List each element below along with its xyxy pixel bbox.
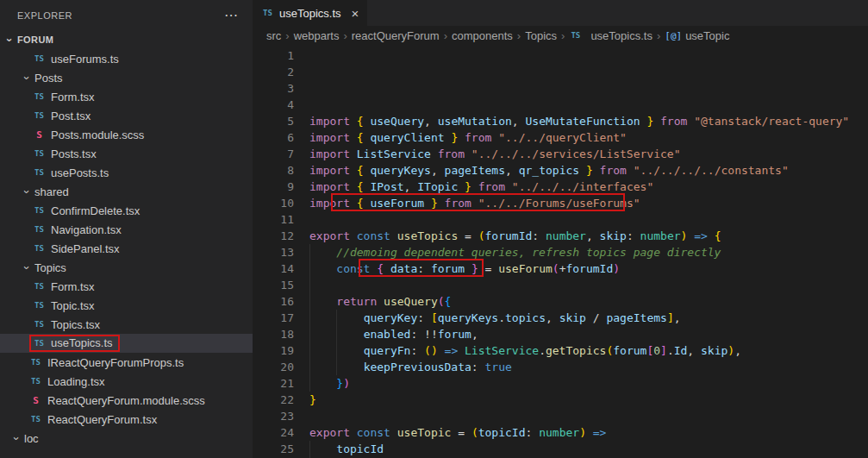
explorer-sidebar: EXPLORER ⋯ › FORUM TSuseForums.ts›PostsT… xyxy=(0,0,253,458)
line-number: 25 xyxy=(253,441,294,457)
code-line-7[interactable] xyxy=(309,211,868,228)
file-label: loc xyxy=(24,432,39,445)
tree-file-topics.tsx[interactable]: TSTopics.tsx xyxy=(0,315,253,334)
tree-row-inner: TSIReactQueryForumProps.ts xyxy=(29,356,184,369)
code-token: , xyxy=(674,311,681,324)
line-number: 5 xyxy=(253,113,294,129)
code-token: from xyxy=(471,180,512,193)
close-icon[interactable]: × xyxy=(352,6,359,21)
code-token: true xyxy=(485,361,512,373)
ts-file-icon: TS xyxy=(33,149,46,158)
tree-row-inner: ›shared xyxy=(21,185,69,198)
line-number: 4 xyxy=(253,97,294,113)
breadcrumb-item-usetopic[interactable]: [@]useTopic xyxy=(665,29,729,42)
code-line-14[interactable]: enabled: !!forum, xyxy=(309,326,868,342)
code-token: forum xyxy=(613,344,646,357)
line-number: 8 xyxy=(253,162,294,179)
code-token: return xyxy=(336,295,384,308)
tree-file-reactqueryforum.tsx[interactable]: TSReactQueryForum.tsx xyxy=(0,410,253,429)
code-editor[interactable]: import { useQuery, useMutation, UseMutat… xyxy=(294,47,868,458)
code-line-1[interactable]: import { useQuery, useMutation, UseMutat… xyxy=(309,113,868,129)
file-label: Posts.tsx xyxy=(51,147,97,160)
section-forum[interactable]: › FORUM xyxy=(0,30,253,49)
code-line-21[interactable]: topicId xyxy=(309,441,868,457)
code-token: pageItems xyxy=(606,311,666,324)
code-token: useMutation xyxy=(431,115,512,128)
breadcrumb-item-src[interactable]: src xyxy=(266,29,281,42)
tree-folder-shared[interactable]: ›shared xyxy=(0,182,253,201)
tree-folder-topics[interactable]: ›Topics xyxy=(0,258,253,277)
code-line-18[interactable]: } xyxy=(309,392,868,408)
breadcrumb-item-components[interactable]: components xyxy=(452,29,513,42)
code-line-2[interactable]: import { queryClient } from "../../query… xyxy=(309,129,868,146)
tree-file-usetopics.ts[interactable]: TSuseTopics.ts xyxy=(0,334,253,353)
tree-file-form.tsx[interactable]: TSForm.tsx xyxy=(0,277,253,296)
tab-usetopics[interactable]: TS useTopics.ts × xyxy=(253,0,367,26)
code-line-9[interactable]: //demoing dependent queries, refresh top… xyxy=(309,244,868,260)
tree-row-inner: ›Posts xyxy=(21,72,63,85)
code-token: } xyxy=(586,164,593,177)
scss-file-icon: S xyxy=(29,395,42,406)
line-number: 10 xyxy=(253,195,294,211)
tree-file-ireactqueryforumprops.ts[interactable]: TSIReactQueryForumProps.ts xyxy=(0,353,253,372)
tree-file-useforums.ts[interactable]: TSuseForums.ts xyxy=(0,49,253,68)
tree-file-post.tsx[interactable]: TSPost.tsx xyxy=(0,106,253,125)
tree-file-posts.tsx[interactable]: TSPosts.tsx xyxy=(0,144,253,163)
code-token: . xyxy=(539,344,546,357)
code-token: ( xyxy=(424,344,431,357)
more-actions-icon[interactable]: ⋯ xyxy=(224,7,239,23)
code-token: skip xyxy=(600,229,627,242)
breadcrumb-label: src xyxy=(266,29,281,42)
code-line-13[interactable]: queryKey: [queryKeys.topics, skip / page… xyxy=(309,310,868,326)
code-token: number xyxy=(640,229,681,242)
tree-file-form.tsx[interactable]: TSForm.tsx xyxy=(0,87,253,106)
breadcrumb-item-usetopics.ts[interactable]: TSuseTopics.ts xyxy=(569,29,653,42)
breadcrumb-item-topics[interactable]: Topics xyxy=(525,29,557,42)
code-token: ListService xyxy=(465,344,539,357)
code-token: } xyxy=(309,393,316,406)
file-label: ReactQueryForum.tsx xyxy=(47,413,157,426)
code-line-5[interactable]: import { IPost, ITopic } from "../../../… xyxy=(309,179,868,195)
tree-file-posts.module.scss[interactable]: SPosts.module.scss xyxy=(0,125,253,144)
tree-file-confirmdelete.tsx[interactable]: TSConfirmDelete.tsx xyxy=(0,201,253,220)
code-token: : xyxy=(410,344,424,357)
tree-file-reactqueryforum.module.scss[interactable]: SReactQueryForum.module.scss xyxy=(0,391,253,410)
code-token: , xyxy=(546,311,559,324)
line-number: 3 xyxy=(253,80,294,97)
code-line-19[interactable] xyxy=(309,408,868,424)
tree-file-useposts.ts[interactable]: TSusePosts.ts xyxy=(0,163,253,182)
ts-file-icon: TS xyxy=(29,377,42,386)
breadcrumb-item-webparts[interactable]: webparts xyxy=(294,29,340,42)
code-line-12[interactable]: return useQuery({ xyxy=(309,293,868,310)
breadcrumb-separator: › xyxy=(340,29,349,42)
breadcrumb-separator: › xyxy=(654,29,663,42)
code-line-20[interactable]: export const useTopic = (topicId: number… xyxy=(309,424,868,441)
indent-guide xyxy=(309,277,336,293)
tree-row-inner: SReactQueryForum.module.scss xyxy=(29,394,205,407)
code-line-8[interactable]: export const useTopics = (forumId: numbe… xyxy=(309,228,868,244)
code-token: import xyxy=(309,164,357,177)
code-token: forumId xyxy=(485,229,533,242)
code-line-11[interactable] xyxy=(309,277,868,293)
code-token: queryFn xyxy=(364,344,411,357)
ts-file-icon: TS xyxy=(29,415,42,423)
code-line-17[interactable]: }) xyxy=(309,375,868,392)
tree-file-loading.tsx[interactable]: TSLoading.tsx xyxy=(0,372,253,391)
tree-file-navigation.tsx[interactable]: TSNavigation.tsx xyxy=(0,220,253,239)
code-token: data xyxy=(384,262,417,275)
code-line-4[interactable]: import { queryKeys, pageItems, qr_topics… xyxy=(309,162,868,179)
code-line-6[interactable]: import { useForum } from "../../Forums/u… xyxy=(309,195,868,211)
code-token: : xyxy=(417,311,431,324)
tree-file-sidepanel.tsx[interactable]: TSSidePanel.tsx xyxy=(0,239,253,258)
tree-file-topic.tsx[interactable]: TSTopic.tsx xyxy=(0,296,253,315)
tree-folder-loc[interactable]: ›loc xyxy=(0,429,253,448)
line-number: 7 xyxy=(253,146,294,162)
code-line-10[interactable]: const { data: forum } = useForum(+forumI… xyxy=(309,260,868,277)
code-token: { xyxy=(357,197,364,210)
code-line-16[interactable]: keepPreviousData: true xyxy=(309,359,868,375)
breadcrumb-item-reactqueryforum[interactable]: reactQueryForum xyxy=(352,29,440,42)
tree-folder-posts[interactable]: ›Posts xyxy=(0,68,253,87)
code-line-15[interactable]: queryFn: () => ListService.getTopics(for… xyxy=(309,342,868,359)
code-line-3[interactable]: import ListService from "../../../servic… xyxy=(309,146,868,162)
tree-row-inner: TSForm.tsx xyxy=(33,91,95,104)
